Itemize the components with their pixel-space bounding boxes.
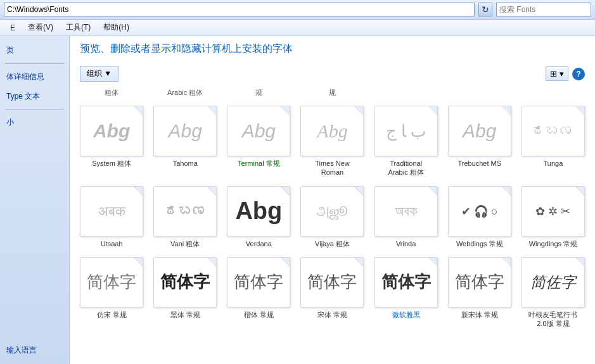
font-item[interactable]: 简体字黑体 常规 (148, 253, 222, 333)
font-label: Vijaya 粗体 (315, 239, 350, 248)
font-item[interactable]: AbgSystem 粗体 (75, 101, 148, 182)
font-label: Vani 粗体 (170, 239, 200, 248)
font-item[interactable]: 简体字楷体 常规 (222, 253, 295, 333)
font-preview: ﺏ ﺎ ﺝ (386, 122, 426, 141)
font-grid: AbgSystem 粗体AbgTahomaAbgTerminal 常规AbgTi… (70, 101, 595, 332)
font-preview: अबक (98, 203, 125, 220)
sidebar-divider-2 (5, 109, 64, 110)
col-header-0: 粗体 (75, 87, 148, 100)
font-item[interactable]: AbgTimes New Roman (295, 101, 369, 182)
font-card: Abg (227, 106, 290, 156)
sidebar-item-small[interactable]: 小 (0, 113, 69, 132)
font-preview: Abg (169, 120, 202, 142)
font-preview: 简体字 (87, 271, 136, 293)
sidebar: 页 体详细信息 Type 文本 小 输入语言 (0, 36, 70, 364)
col-header-2: 规 (222, 87, 295, 100)
address-bar: ↻ (0, 0, 595, 20)
font-label: Utsaah (101, 239, 123, 248)
organize-button[interactable]: 组织 ▼ (80, 66, 118, 82)
font-label: 新宋体 常规 (461, 310, 498, 319)
font-item[interactable]: ಠಬಣVani 粗体 (148, 182, 222, 253)
font-preview: 简体字 (160, 271, 210, 293)
refresh-button[interactable]: ↻ (478, 3, 492, 16)
font-label: Times New Roman (315, 159, 350, 177)
main-layout: 页 体详细信息 Type 文本 小 输入语言 预览、删除或者显示和隐藏计算机上安… (0, 36, 595, 364)
sidebar-item-type-text[interactable]: Type 文本 (0, 87, 69, 106)
help-button[interactable]: ? (572, 68, 585, 80)
sidebar-item-input-lang[interactable]: 输入语言 (0, 341, 69, 360)
font-preview: Abg (317, 120, 347, 142)
font-card: 简体字 (227, 257, 290, 308)
font-item[interactable]: অবকVrinda (369, 182, 443, 253)
font-item[interactable]: AbgTerminal 常规 (222, 101, 295, 182)
sidebar-item-page[interactable]: 页 (0, 41, 69, 60)
font-preview: 简佐字 (530, 272, 576, 292)
font-item[interactable]: ﺏ ﺎ ﺝTraditional Arabic 粗体 (369, 101, 443, 182)
font-item[interactable]: 简体字微软雅黑 (369, 253, 443, 333)
font-item[interactable]: ✔ 🎧 ○Webdings 常规 (443, 182, 516, 253)
content-area: 预览、删除或者显示和隐藏计算机上安装的字体 组织 ▼ ⊞ ▾ ? 粗体 Arab… (70, 36, 595, 364)
font-item[interactable]: 简体字新宋体 常规 (443, 253, 516, 333)
font-card: அஜூ (300, 186, 364, 237)
font-preview: 简体字 (307, 271, 357, 293)
font-item[interactable]: ✿ ✲ ✂Wingdings 常规 (516, 182, 590, 253)
col-header-5 (443, 87, 516, 100)
menu-help[interactable]: 帮助(H) (98, 21, 134, 34)
font-item[interactable]: 简体字宋体 常规 (295, 253, 369, 333)
font-preview: Abg (463, 120, 496, 142)
menu-view[interactable]: 查看(V) (23, 21, 58, 34)
font-preview: অবক (395, 203, 418, 220)
font-card: ✿ ✲ ✂ (521, 186, 585, 237)
view-button[interactable]: ⊞ ▾ (546, 66, 568, 81)
font-preview: ಠಬಣ (532, 123, 573, 139)
font-item[interactable]: 简佐字叶根友毛笔行书 2.0版 常规 (516, 253, 590, 333)
font-label: Vrinda (396, 239, 416, 248)
font-preview: அஜூ (317, 203, 348, 220)
font-card: Abg (153, 106, 217, 156)
font-item[interactable]: அஜூVijaya 粗体 (295, 182, 369, 253)
font-card: Abg (227, 186, 290, 237)
font-card: ﺏ ﺎ ﺝ (374, 106, 438, 156)
font-item[interactable]: 简体字仿宋 常规 (75, 253, 148, 333)
search-input[interactable] (496, 3, 591, 16)
font-card: ಠಬಣ (153, 186, 217, 237)
sidebar-item-font-detail[interactable]: 体详细信息 (0, 68, 69, 86)
font-preview: 简体字 (455, 271, 504, 293)
font-card: Abg (300, 106, 364, 156)
font-card: 简体字 (153, 257, 217, 308)
font-label: 楷体 常规 (244, 310, 274, 319)
font-item[interactable]: AbgTrebuchet MS (443, 101, 516, 182)
col-header-4 (369, 87, 443, 100)
font-preview: Abg (93, 120, 130, 142)
font-label: 叶根友毛笔行书 2.0版 常规 (528, 310, 577, 329)
font-label: System 粗体 (92, 159, 131, 168)
font-item[interactable]: ಠಬಣTunga (516, 101, 590, 182)
menu-tools[interactable]: 工具(T) (61, 21, 96, 34)
col-header-3: 规 (295, 87, 369, 100)
font-item[interactable]: अबकUtsaah (75, 182, 148, 253)
font-card: 简佐字 (521, 257, 585, 308)
font-label: Tahoma (173, 159, 198, 168)
font-item[interactable]: AbgTahoma (148, 101, 222, 182)
font-label: Trebuchet MS (457, 159, 501, 168)
font-item[interactable]: AbgVerdana (222, 182, 295, 253)
font-label: Wingdings 常规 (529, 239, 577, 248)
address-input[interactable] (4, 3, 475, 16)
menu-bar: E 查看(V) 工具(T) 帮助(H) (0, 20, 595, 36)
font-card: অবক (374, 186, 438, 237)
font-label: Verdana (246, 239, 272, 248)
font-preview: 简体字 (381, 271, 431, 293)
font-card: अबक (80, 186, 143, 237)
font-label: Tunga (544, 159, 563, 168)
menu-e[interactable]: E (5, 22, 20, 34)
font-card: Abg (448, 106, 511, 156)
font-label: Traditional Arabic 粗体 (388, 159, 424, 177)
font-preview: 简体字 (234, 271, 283, 293)
toolbar: 组织 ▼ ⊞ ▾ ? (70, 66, 595, 82)
page-title: 预览、删除或者显示和隐藏计算机上安装的字体 (80, 42, 585, 56)
font-preview: ✿ ✲ ✂ (535, 204, 570, 218)
font-card: ✔ 🎧 ○ (448, 186, 511, 237)
font-card: 简体字 (448, 257, 511, 308)
col-header-6 (516, 87, 590, 100)
font-card: 简体字 (300, 257, 364, 308)
